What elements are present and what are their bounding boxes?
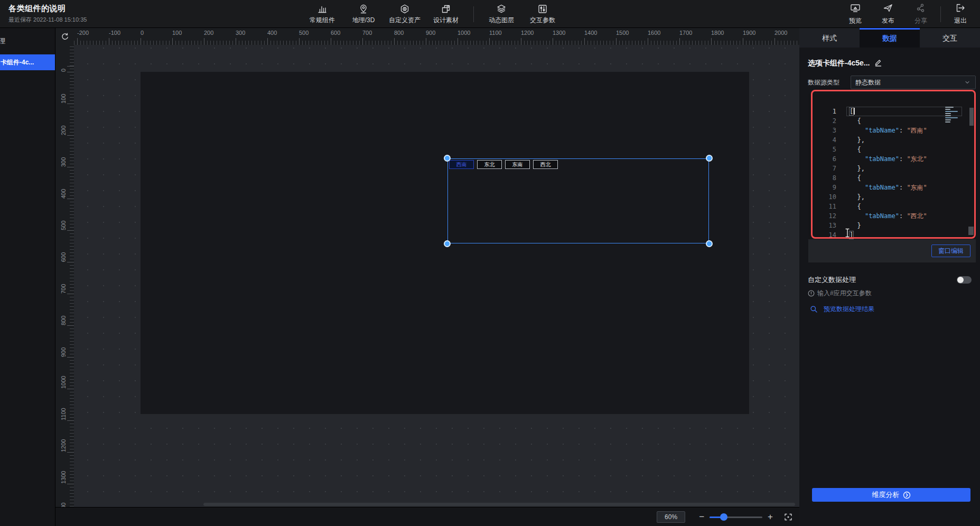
inspector-tabs: 样式 数据 交互 [799,28,980,48]
component-tab[interactable]: 西北 [533,160,558,169]
datasource-select[interactable]: 静态数据 [851,76,976,89]
canvas-area[interactable]: -200-10001002003004005006007008009001000… [55,28,799,526]
ruler-label: 1900 [743,30,755,36]
page-title: 各类组件的说明 [8,4,87,14]
toolbar-item-components[interactable]: 常规组件 [305,0,339,28]
refresh-icon [61,32,69,41]
zoom-slider-thumb[interactable] [720,513,727,521]
ruler-reset-button[interactable] [55,28,74,45]
sliders-icon [537,3,548,15]
layer-item-selected[interactable]: 卡组件-4c... [0,54,55,70]
ruler-label: 1300 [553,30,565,36]
toolbar-item-dynamic-layers[interactable]: 动态图层 [484,0,518,28]
zoom-out-button[interactable]: − [697,512,706,522]
bar-chart-icon [317,3,328,15]
publish-button[interactable]: 发布 [872,0,904,28]
component-tab[interactable]: 东北 [477,160,502,169]
ruler-label: 1800 [711,30,724,36]
ruler-label: 200 [60,126,67,135]
code-line[interactable]: 8 { [808,173,976,183]
title-block: 各类组件的说明 最近保存 2022-11-08 15:10:35 [8,4,87,24]
horizontal-scrollbar[interactable] [203,503,795,506]
text-caret [854,108,855,115]
ruler-label: 300 [236,30,245,36]
ruler-label: -100 [109,30,120,36]
tab-interaction[interactable]: 交互 [920,28,980,48]
toolbar-item-interaction-params[interactable]: 交互参数 [526,0,559,28]
ruler-label: 1200 [60,439,67,452]
search-icon [810,305,818,313]
resize-handle-top-right[interactable] [706,155,713,162]
tab-style[interactable]: 样式 [799,28,860,48]
code-line[interactable]: 3 "tabName": "西南" [808,126,976,135]
ruler-label: 700 [60,284,67,294]
ruler-label: 1700 [679,30,692,36]
code-line[interactable]: 12 "tabName": "西北" [808,211,976,221]
ruler-label: 1600 [648,30,660,36]
ruler-label: 300 [60,157,67,167]
code-line[interactable]: 10 }, [808,192,976,202]
resize-handle-bottom-right[interactable] [706,240,713,247]
top-bar: 各类组件的说明 最近保存 2022-11-08 15:10:35 常规组件 地理… [0,0,980,28]
edit-name-button[interactable] [874,58,882,69]
dimension-analysis-button[interactable]: 维度分析 [812,488,970,502]
code-line[interactable]: 7 }, [808,164,976,173]
ruler-label: 100 [60,94,67,104]
ruler-label: 1000 [60,376,67,389]
datasource-row: 数据源类型 静态数据 [808,76,976,89]
code-line[interactable]: 9 "tabName": "东南" [808,183,976,192]
toolbar-item-label: 自定义资产 [389,16,421,25]
json-code-editor[interactable]: 1[2 {3 "tabName": "西南"4 },5 {6 "tabName"… [808,94,976,239]
ruler-label: 800 [394,30,404,36]
component-tab[interactable]: 东南 [505,160,530,169]
editor-footer: 窗口编辑 [808,239,976,262]
tab-data[interactable]: 数据 [860,28,920,48]
toolbar-item-custom-assets[interactable]: 自定义资产 [388,0,422,28]
chevron-down-icon [964,79,971,86]
ruler-label: 2000 [774,30,787,36]
toolbar-item-geo3d[interactable]: 地理/3D [347,0,380,28]
ruler-label: 900 [60,347,67,357]
layers-panel-header-clipped: 理 [0,36,5,46]
preview-button[interactable]: 预览 [839,0,872,28]
selected-component[interactable]: 西南 东北 东南 西北 [447,158,709,243]
ruler-label: 1500 [616,30,629,36]
code-line[interactable]: 11 { [808,202,976,211]
code-line[interactable]: 6 "tabName": "东北" [808,154,976,164]
component-tab[interactable]: 西南 [449,160,474,169]
share-button[interactable]: 分享 [904,0,937,28]
vertical-ruler: 0100200300400500600700800900100011001200… [55,45,74,526]
code-line[interactable]: 5 { [808,145,976,154]
topbar-actions: 预览 发布 分享 退出 [839,0,977,28]
preview-result-link[interactable]: 预览数据处理结果 [810,305,874,314]
ruler-label: 400 [60,189,67,199]
ruler-label: 200 [204,30,213,36]
last-saved-text: 最近保存 2022-11-08 15:10:35 [8,16,87,24]
code-line[interactable]: 4 }, [808,135,976,145]
toolbar-item-label: 地理/3D [352,16,375,25]
exit-button[interactable]: 退出 [944,0,977,28]
zoom-slider[interactable] [710,513,762,521]
ruler-label: 600 [60,252,67,262]
resize-handle-bottom-left[interactable] [444,240,451,247]
zoom-level-input[interactable] [657,511,685,523]
ruler-label: -200 [77,30,89,36]
code-line[interactable]: 14] [808,230,976,239]
fit-to-screen-button[interactable] [783,512,793,522]
code-lines: 1[2 {3 "tabName": "西南"4 },5 {6 "tabName"… [808,107,976,239]
actions-divider [940,6,941,22]
editor-scrollbar-thumb[interactable] [969,108,974,126]
pencil-icon [874,58,882,67]
resize-handle-top-left[interactable] [444,155,451,162]
toolbar-item-design-material[interactable]: 设计素材 [429,0,463,28]
editor-scrollbar-thumb-2[interactable] [968,227,974,235]
code-line[interactable]: 13 } [808,221,976,230]
window-edit-button[interactable]: 窗口编辑 [931,245,970,257]
horizontal-ruler: -200-10001002003004005006007008009001000… [74,28,799,45]
custom-processing-toggle[interactable] [957,276,972,284]
zoom-in-button[interactable]: + [766,512,775,522]
ruler-label: 1300 [60,471,67,484]
fit-screen-icon [783,512,793,522]
exit-icon [955,3,966,15]
ruler-label: 500 [60,221,67,230]
